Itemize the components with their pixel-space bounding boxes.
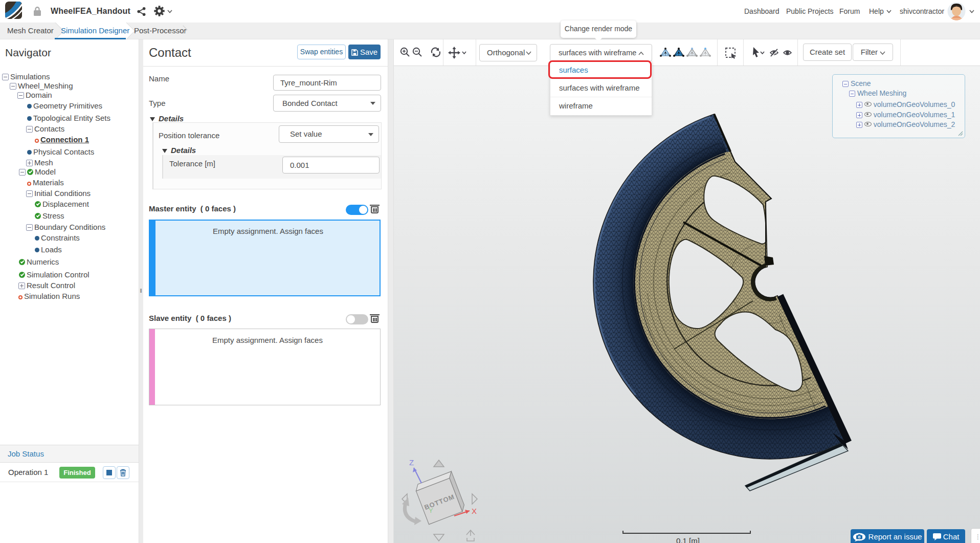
- svg-text:X: X: [472, 507, 477, 515]
- svg-text:Z: Z: [409, 458, 414, 467]
- svg-text:Y: Y: [429, 507, 433, 514]
